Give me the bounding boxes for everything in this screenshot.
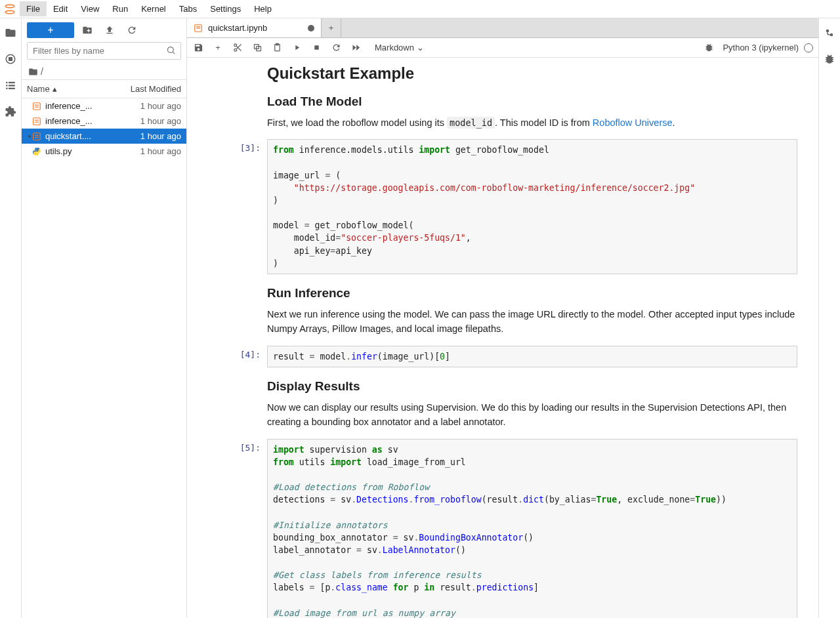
- cut-icon[interactable]: [232, 43, 243, 52]
- extensions-icon[interactable]: [4, 105, 17, 118]
- toolbar-bug-icon[interactable]: [703, 43, 715, 52]
- column-modified[interactable]: Last Modified: [114, 80, 186, 98]
- property-inspector-icon[interactable]: [823, 26, 836, 39]
- heading-run-inference: Run Inference: [267, 286, 797, 300]
- code-input[interactable]: result = model.infer(image_url)[0]: [267, 346, 797, 367]
- notebook-toolbar: + Markdown ⌄ Python 3 (ipykernel): [187, 38, 818, 58]
- svg-rect-6: [6, 85, 7, 86]
- file-name: utils.py: [45, 146, 118, 156]
- menu-settings[interactable]: Settings: [203, 1, 247, 16]
- code-cell-5[interactable]: [5]: import supervision as sv from utils…: [226, 439, 797, 618]
- debug-icon[interactable]: [823, 52, 836, 66]
- svg-rect-22: [196, 26, 200, 27]
- file-row[interactable]: inference_...1 hour ago: [22, 98, 186, 113]
- python-icon: [32, 147, 43, 156]
- new-launcher-button[interactable]: +: [27, 22, 74, 38]
- filter-files-input[interactable]: [27, 42, 181, 60]
- svg-point-33: [826, 30, 830, 33]
- main-panel: quickstart.ipynb + + Markdown ⌄: [187, 18, 818, 618]
- column-name[interactable]: Name ▴: [22, 80, 114, 98]
- kernel-indicator[interactable]: Python 3 (ipykernel): [723, 43, 813, 52]
- run-icon[interactable]: [291, 43, 303, 52]
- svg-rect-32: [314, 45, 319, 50]
- svg-rect-17: [35, 121, 39, 122]
- paragraph-load-model: First, we load the roboflow model using …: [267, 115, 797, 130]
- folder-icon[interactable]: [4, 26, 17, 39]
- stop-icon[interactable]: [310, 43, 322, 52]
- breadcrumb[interactable]: /: [22, 64, 186, 79]
- upload-icon[interactable]: [100, 22, 119, 38]
- svg-rect-20: [35, 136, 39, 137]
- file-name: inference_...: [45, 101, 118, 111]
- svg-point-34: [830, 33, 833, 37]
- menubar: FileEditViewRunKernelTabsSettingsHelp: [0, 0, 840, 18]
- paragraph-display-results: Now we can display our results using Sup…: [267, 400, 797, 430]
- running-icon[interactable]: [4, 52, 17, 66]
- file-modified: 1 hour ago: [118, 131, 181, 141]
- menu-file[interactable]: File: [20, 1, 47, 16]
- svg-point-10: [168, 47, 174, 53]
- svg-point-25: [234, 44, 236, 47]
- svg-rect-8: [6, 88, 7, 89]
- svg-point-24: [234, 49, 236, 51]
- right-activity-bar: [818, 18, 840, 618]
- file-name: quickstart....: [45, 131, 118, 141]
- file-row[interactable]: ●quickstart....1 hour ago: [22, 129, 186, 144]
- tab-quickstart[interactable]: quickstart.ipynb: [187, 18, 322, 37]
- code-input[interactable]: from inference.models.utils import get_r…: [267, 139, 797, 274]
- notebook-icon: [32, 102, 43, 111]
- file-row[interactable]: utils.py1 hour ago: [22, 144, 186, 159]
- svg-point-0: [5, 5, 14, 8]
- svg-rect-19: [35, 134, 39, 135]
- new-folder-icon[interactable]: [78, 22, 96, 38]
- copy-icon[interactable]: [251, 43, 263, 52]
- run-all-icon[interactable]: [350, 43, 362, 52]
- roboflow-universe-link[interactable]: Roboflow Universe: [593, 117, 673, 128]
- add-tab-button[interactable]: +: [322, 18, 341, 37]
- paste-icon[interactable]: [271, 43, 283, 52]
- svg-rect-23: [196, 28, 200, 28]
- search-icon: [166, 45, 176, 57]
- menu-help[interactable]: Help: [247, 1, 278, 16]
- menu-kernel[interactable]: Kernel: [135, 1, 173, 16]
- svg-rect-9: [9, 88, 15, 89]
- file-list: inference_...1 hour agoinference_...1 ho…: [22, 98, 186, 618]
- svg-rect-16: [35, 119, 39, 120]
- svg-rect-13: [35, 104, 39, 105]
- file-browser: + / Name ▴ Last Modified inference_...1 …: [22, 18, 187, 618]
- paragraph-run-inference: Next we run inference using the model. W…: [267, 307, 797, 337]
- sort-asc-icon: ▴: [52, 84, 57, 94]
- menu-view[interactable]: View: [74, 1, 106, 16]
- notebook-area[interactable]: Quickstart Example Load The Model First,…: [187, 58, 818, 618]
- file-name: inference_...: [45, 116, 118, 126]
- cell-prompt: [5]:: [226, 439, 267, 618]
- unsaved-indicator-icon: [308, 25, 314, 31]
- cell-type-label: Markdown: [375, 43, 414, 52]
- svg-rect-5: [9, 82, 15, 83]
- save-icon[interactable]: [192, 43, 204, 52]
- heading-display-results: Display Results: [267, 379, 797, 394]
- svg-line-11: [173, 52, 175, 54]
- cell-type-dropdown[interactable]: Markdown ⌄: [375, 43, 424, 52]
- insert-cell-icon[interactable]: +: [212, 43, 224, 52]
- toc-icon[interactable]: [4, 79, 17, 92]
- menu-edit[interactable]: Edit: [47, 1, 74, 16]
- svg-point-1: [5, 10, 14, 14]
- jupyter-logo-icon: [0, 3, 20, 15]
- menu-tabs[interactable]: Tabs: [173, 1, 203, 16]
- refresh-icon[interactable]: [123, 22, 141, 38]
- heading-load-model: Load The Model: [267, 94, 797, 109]
- code-cell-3[interactable]: [3]: from inference.models.utils import …: [226, 139, 797, 274]
- restart-icon[interactable]: [330, 43, 342, 52]
- svg-rect-4: [6, 82, 7, 83]
- cell-prompt: [4]:: [226, 346, 267, 367]
- kernel-name: Python 3 (ipykernel): [723, 43, 799, 52]
- file-row[interactable]: inference_...1 hour ago: [22, 113, 186, 129]
- code-cell-4[interactable]: [4]: result = model.infer(image_url)[0]: [226, 346, 797, 367]
- file-list-header: Name ▴ Last Modified: [22, 79, 186, 98]
- code-input[interactable]: import supervision as sv from utils impo…: [267, 439, 797, 618]
- cell-prompt: [3]:: [226, 139, 267, 274]
- svg-rect-3: [9, 58, 12, 61]
- svg-rect-15: [33, 117, 41, 125]
- menu-run[interactable]: Run: [106, 1, 135, 16]
